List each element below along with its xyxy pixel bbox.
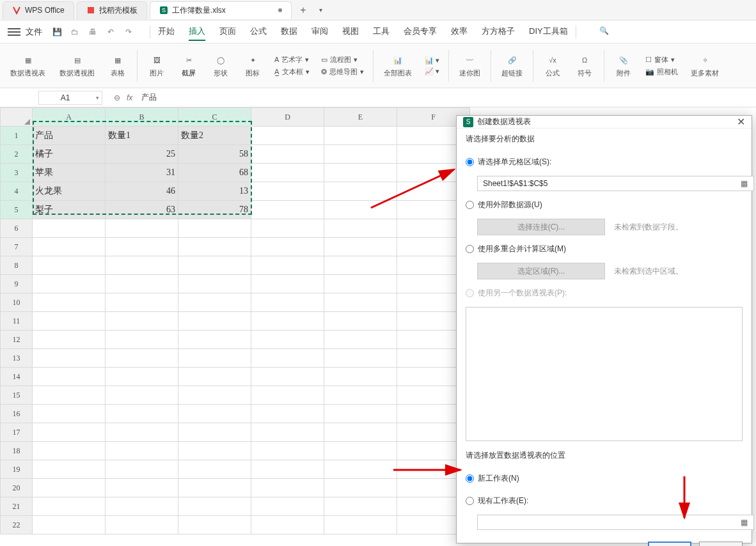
cancel-button[interactable]: 取消 [699, 542, 743, 546]
col-header[interactable]: D [251, 108, 324, 127]
hyperlink-button[interactable]: 🔗超链接 [495, 47, 529, 85]
app-tab-workbook[interactable]: S 工作簿数量.xlsx [150, 1, 292, 19]
mindmap-button[interactable]: ❂思维导图 ▾ [321, 67, 364, 77]
picture-button[interactable]: 🖼图片 [141, 47, 172, 85]
cell[interactable]: 火龙果 [33, 182, 106, 201]
line-chart-button[interactable]: 📈 ▾ [425, 67, 439, 75]
row-header[interactable]: 4 [1, 182, 33, 201]
equation-button[interactable]: √x公式 [537, 47, 568, 85]
cell[interactable]: 13 [178, 182, 251, 201]
row-header[interactable]: 13 [1, 349, 33, 368]
row-header[interactable]: 9 [1, 275, 33, 293]
row-header[interactable]: 5 [1, 201, 33, 219]
cell[interactable] [251, 182, 324, 201]
wordart-button[interactable]: A艺术字 ▾ [274, 55, 310, 65]
tab-start[interactable]: 开始 [158, 23, 175, 41]
radio-new-sheet[interactable]: 新工作表(N) [466, 473, 743, 484]
row-header[interactable]: 1 [1, 127, 33, 145]
icon-button[interactable]: ✦图标 [237, 47, 268, 85]
row-header[interactable]: 11 [1, 312, 33, 331]
symbol-button[interactable]: Ω符号 [569, 47, 600, 85]
col-header[interactable]: A [33, 108, 106, 127]
new-tab-button[interactable]: + [294, 1, 312, 19]
row-header[interactable]: 3 [1, 164, 33, 182]
screenshot-button[interactable]: ✂截屏 [173, 47, 204, 85]
row-header[interactable]: 10 [1, 293, 33, 312]
cell[interactable]: 橘子 [33, 145, 106, 164]
tab-vip[interactable]: 会员专享 [404, 23, 437, 41]
row-header[interactable]: 20 [1, 479, 33, 497]
print-icon[interactable]: 🖶 [87, 26, 98, 38]
cell[interactable] [251, 201, 324, 219]
row-header[interactable]: 6 [1, 219, 33, 238]
row-header[interactable]: 15 [1, 386, 33, 405]
pivot-list-box[interactable] [466, 307, 743, 441]
location-input[interactable]: ▦ [477, 515, 754, 530]
tab-efficiency[interactable]: 效率 [451, 23, 468, 41]
col-header[interactable]: B [106, 108, 178, 127]
open-icon[interactable]: 🗀 [69, 26, 81, 38]
row-header[interactable]: 2 [1, 145, 33, 164]
tab-insert[interactable]: 插入 [189, 23, 205, 41]
file-menu[interactable]: 文件 [26, 26, 42, 38]
sparkline-button[interactable]: 〰迷你图 [453, 47, 487, 85]
textbox-button[interactable]: A̲文本框 ▾ [274, 67, 310, 77]
row-header[interactable]: 8 [1, 256, 33, 275]
cell[interactable]: 58 [178, 145, 251, 164]
camera-button[interactable]: 📷 照相机 [645, 67, 678, 77]
row-header[interactable]: 17 [1, 423, 33, 442]
cell[interactable]: 46 [106, 182, 178, 201]
redo-icon[interactable]: ↷ [123, 26, 134, 38]
radio-existing-sheet[interactable]: 现有工作表(E): [466, 495, 743, 506]
row-header[interactable]: 7 [1, 238, 33, 256]
attachment-button[interactable]: 📎附件 [608, 47, 639, 85]
bar-chart-button[interactable]: 📊 ▾ [425, 56, 439, 65]
cell[interactable]: 数量2 [178, 127, 251, 145]
search-icon[interactable]: 🔍 [599, 26, 611, 38]
row-header[interactable]: 16 [1, 405, 33, 423]
cancel-icon[interactable]: ⊖ [114, 93, 120, 102]
radio-input[interactable] [466, 497, 474, 505]
cell[interactable]: 63 [106, 201, 178, 219]
cell[interactable]: 梨子 [33, 201, 106, 219]
cell[interactable] [324, 164, 397, 182]
col-header[interactable]: E [324, 108, 397, 127]
row-header[interactable]: 18 [1, 442, 33, 460]
form-button[interactable]: ☐ 窗体 ▾ [645, 55, 678, 65]
tab-view[interactable]: 视图 [342, 23, 359, 41]
tab-review[interactable]: 审阅 [311, 23, 328, 41]
select-all-corner[interactable] [1, 108, 33, 127]
tab-data[interactable]: 数据 [281, 23, 297, 41]
flowchart-button[interactable]: ▭流程图 ▾ [321, 55, 364, 65]
app-tab-docer[interactable]: 找稻壳模板 [77, 1, 147, 19]
more-assets-button[interactable]: ✧更多素材 [684, 47, 725, 85]
radio-input[interactable] [466, 474, 474, 483]
radio-input[interactable] [466, 245, 474, 253]
tab-formula[interactable]: 公式 [250, 23, 267, 41]
cell[interactable] [251, 164, 324, 182]
cell[interactable]: 31 [106, 164, 178, 182]
cell[interactable]: 25 [106, 145, 178, 164]
save-icon[interactable]: 💾 [51, 26, 63, 38]
row-header[interactable]: 14 [1, 368, 33, 386]
cell[interactable]: 产品 [33, 127, 106, 145]
cell[interactable] [324, 145, 397, 164]
cell[interactable] [324, 127, 397, 145]
cell[interactable] [324, 182, 397, 201]
radio-cell-range[interactable]: 请选择单元格区域(S): [466, 157, 743, 168]
table-button[interactable]: ▦表格 [102, 47, 133, 85]
tab-ffgz[interactable]: 方方格子 [482, 23, 515, 41]
range-picker-icon[interactable]: ▦ [741, 518, 750, 527]
cell[interactable]: 数量1 [106, 127, 178, 145]
radio-input[interactable] [466, 158, 474, 166]
pivot-chart-button[interactable]: ▤数据透视图 [53, 47, 101, 85]
tab-diy[interactable]: DIY工具箱 [529, 23, 568, 41]
cell[interactable]: 78 [178, 201, 251, 219]
radio-external-source[interactable]: 使用外部数据源(U) [466, 199, 743, 210]
formula-value[interactable]: 产品 [141, 92, 157, 103]
tab-tools[interactable]: 工具 [373, 23, 390, 41]
fx-icon[interactable]: fx [127, 93, 132, 102]
tab-page[interactable]: 页面 [219, 23, 236, 41]
row-header[interactable]: 12 [1, 331, 33, 349]
row-header[interactable]: 19 [1, 460, 33, 479]
